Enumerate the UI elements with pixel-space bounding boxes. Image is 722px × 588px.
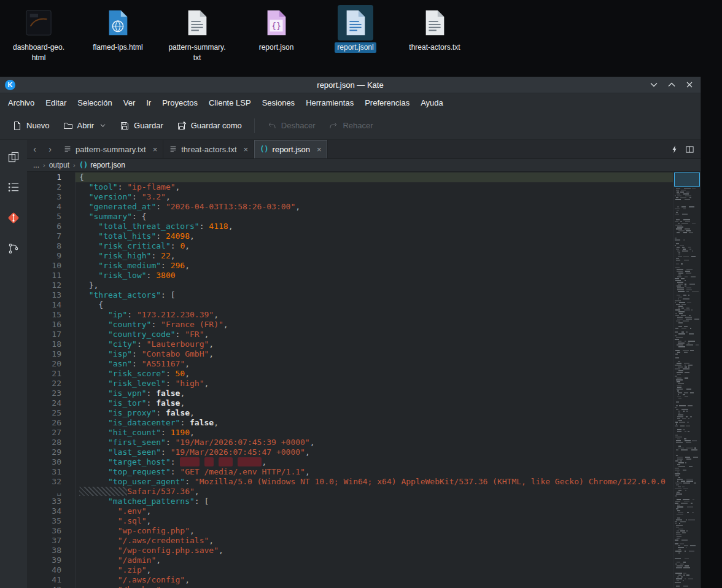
quick-open-icon[interactable] [669, 144, 680, 155]
fold-gutter[interactable] [64, 398, 76, 408]
fold-gutter[interactable] [64, 555, 76, 565]
tab-scroll-right-button[interactable]: › [42, 140, 58, 158]
fold-gutter[interactable] [64, 202, 76, 212]
fold-gutter[interactable] [64, 192, 76, 202]
fold-gutter[interactable] [64, 438, 76, 447]
sidebar-tool-branch[interactable] [6, 241, 21, 258]
desktop-icon-pattern-summary-txt[interactable]: pattern-summary.txt [160, 5, 235, 63]
code-line-wrap[interactable]: ␣ Safari/537.36", [27, 487, 673, 497]
code-line-30[interactable]: 30 "target_host": , [27, 457, 673, 467]
fold-gutter[interactable] [64, 585, 76, 588]
minimize-button[interactable] [648, 79, 660, 91]
open-button[interactable]: Abrir [57, 116, 112, 136]
minimap-viewport-indicator[interactable] [674, 172, 700, 187]
code-line-14[interactable]: 14 { [27, 300, 673, 310]
fold-gutter[interactable] [64, 506, 76, 516]
code-line-27[interactable]: 27 "hit_count": 1190, [27, 428, 673, 438]
fold-gutter[interactable] [64, 565, 76, 575]
fold-gutter[interactable] [64, 330, 76, 339]
new-button[interactable]: Nuevo [6, 116, 56, 136]
fold-gutter[interactable] [64, 310, 76, 320]
fold-gutter[interactable] [64, 182, 76, 192]
redo-button[interactable]: Rehacer [322, 116, 379, 136]
fold-gutter[interactable] [64, 212, 76, 222]
fold-gutter[interactable] [64, 408, 76, 418]
code-line-33[interactable]: 33 "matched_patterns": [ [27, 497, 673, 506]
code-line-38[interactable]: 38 "/wp-config.php.save", [27, 546, 673, 555]
fold-gutter[interactable] [64, 418, 76, 428]
code-line-13[interactable]: 13 "threat_actors": [ [27, 290, 673, 300]
code-line-26[interactable]: 26 "is_datacenter": false, [27, 418, 673, 428]
code-line-9[interactable]: 9 "risk_high": 22, [27, 251, 673, 261]
chevron-down-icon[interactable] [99, 122, 106, 129]
fold-gutter[interactable] [64, 222, 76, 231]
fold-gutter[interactable] [64, 261, 76, 271]
fold-gutter[interactable] [64, 379, 76, 389]
code-line-21[interactable]: 21 "risk_score": 50, [27, 369, 673, 379]
code-line-19[interactable]: 19 "isp": "Contabo GmbH", [27, 349, 673, 359]
menu-ir[interactable]: Ir [141, 96, 157, 110]
fold-gutter[interactable] [64, 320, 76, 330]
code-line-29[interactable]: 29 "last_seen": "19/Mar/2026:07:45:47 +0… [27, 447, 673, 457]
fold-gutter[interactable] [64, 575, 76, 585]
menu-cliente-lsp[interactable]: Cliente LSP [203, 96, 257, 110]
menu-archivo[interactable]: Archivo [2, 96, 40, 110]
code-area[interactable]: 1{2 "tool": "ip-flame",3 "version": "3.2… [27, 172, 673, 588]
code-line-39[interactable]: 39 "/admin", [27, 555, 673, 565]
code-line-28[interactable]: 28 "first_seen": "19/Mar/2026:07:45:39 +… [27, 438, 673, 447]
fold-gutter[interactable] [64, 271, 76, 280]
code-line-20[interactable]: 20 "asn": "AS51167", [27, 359, 673, 369]
desktop-icon-flamed-ips-html[interactable]: flamed-ips.html [80, 5, 155, 63]
menu-proyectos[interactable]: Proyectos [157, 96, 203, 110]
fold-gutter[interactable] [64, 536, 76, 546]
fold-gutter[interactable] [64, 280, 76, 290]
fold-gutter[interactable] [64, 516, 76, 526]
desktop-icon-report-jsonl[interactable]: report.jsonl [318, 5, 393, 63]
code-line-5[interactable]: 5 "summary": { [27, 212, 673, 222]
code-line-31[interactable]: 31 "top_request": "GET /media/.env HTTP/… [27, 467, 673, 477]
fold-gutter[interactable] [64, 349, 76, 359]
desktop-icon-dashboard-geo-html[interactable]: dashboard-geo.html [1, 5, 76, 63]
breadcrumb-output[interactable]: output [49, 161, 69, 169]
code-line-18[interactable]: 18 "city": "Lauterbourg", [27, 339, 673, 349]
fold-gutter[interactable] [64, 389, 76, 398]
tab-pattern-summary-txt[interactable]: pattern-summary.txt× [58, 140, 163, 158]
undo-button[interactable]: Deshacer [261, 116, 322, 136]
code-line-17[interactable]: 17 "country_code": "FR", [27, 330, 673, 339]
code-line-4[interactable]: 4 "generated_at": "2026-04-03T13:58:26-0… [27, 202, 673, 212]
code-line-23[interactable]: 23 "is_vpn": false, [27, 389, 673, 398]
menu-preferencias[interactable]: Preferencias [359, 96, 415, 110]
fold-gutter[interactable] [64, 526, 76, 536]
code-line-6[interactable]: 6 "total_threat_actors": 4118, [27, 222, 673, 231]
code-line-42[interactable]: 42 "/backup" [27, 585, 673, 588]
fold-gutter[interactable] [64, 231, 76, 241]
tab-close-icon[interactable]: × [244, 145, 249, 154]
tab-scroll-left-button[interactable]: ‹ [27, 140, 42, 158]
fold-gutter[interactable] [64, 428, 76, 438]
sidebar-tool-documents[interactable] [6, 150, 21, 166]
code-line-2[interactable]: 2 "tool": "ip-flame", [27, 182, 673, 192]
save-as-button[interactable]: Guardar como [171, 116, 248, 136]
code-line-16[interactable]: 16 "country": "France (FR)", [27, 320, 673, 330]
desktop-icon-threat-actors-txt[interactable]: threat-actors.txt [397, 5, 472, 63]
fold-gutter[interactable] [64, 339, 76, 349]
code-line-15[interactable]: 15 "ip": "173.212.230.39", [27, 310, 673, 320]
fold-gutter[interactable] [64, 300, 76, 310]
menu-seleccion[interactable]: Selección [72, 96, 117, 110]
code-line-1[interactable]: 1{ [27, 172, 673, 182]
code-line-7[interactable]: 7 "total_hits": 24098, [27, 231, 673, 241]
menu-sesiones[interactable]: Sesiones [257, 96, 300, 110]
fold-gutter[interactable] [64, 487, 76, 497]
code-line-24[interactable]: 24 "is_tor": false, [27, 398, 673, 408]
sidebar-tool-outline[interactable] [6, 180, 21, 196]
code-line-25[interactable]: 25 "is_proxy": false, [27, 408, 673, 418]
code-line-34[interactable]: 34 ".env", [27, 506, 673, 516]
sidebar-tool-git[interactable] [6, 210, 21, 228]
fold-gutter[interactable] [64, 497, 76, 506]
menu-editar[interactable]: Editar [40, 96, 72, 110]
code-line-36[interactable]: 36 "wp-config.php", [27, 526, 673, 536]
desktop-icon-report-json[interactable]: {}report.json [239, 5, 314, 63]
code-line-10[interactable]: 10 "risk_medium": 296, [27, 261, 673, 271]
code-line-3[interactable]: 3 "version": "3.2", [27, 192, 673, 202]
code-line-32[interactable]: 32 "top_user_agent": "Mozilla/5.0 (Windo… [27, 477, 673, 487]
